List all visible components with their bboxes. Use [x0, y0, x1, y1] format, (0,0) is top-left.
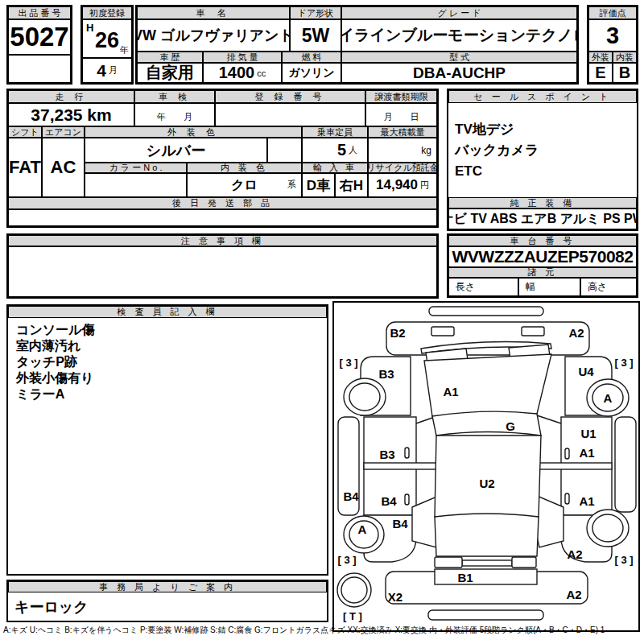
chassis-label: 車 台 番 号 [448, 235, 637, 246]
inspector-box: 検 査 員 記 入 欄 コンソール傷 室内薄汚れ タッチP跡 外装小傷有り ミラ… [6, 304, 328, 576]
later-parts-value [8, 209, 437, 226]
legend: A:キズ U:ヘコミ B:キズを伴うヘコミ P:要塗装 W:補修跡 S:錆 C:… [3, 625, 642, 636]
damage-marker: G [506, 420, 515, 432]
grade-value: TSIハイラインブルーモーションテクノロジー [341, 19, 577, 52]
length-label: 長さ [448, 278, 518, 296]
car-name-label: 車 名 [137, 6, 290, 19]
capacity-unit: 人 [349, 144, 357, 156]
ext-color-label: 外 装 色 [85, 126, 302, 138]
damage-marker: [ T ] [343, 611, 362, 621]
model-value: DBA-AUCHP [341, 63, 577, 83]
name-grade-box: 車 名 ドア形状 グ レ ー ド VW ゴルフヴァリアント 5W TSIハイライ… [135, 5, 579, 85]
fuel-value: ガソリン [282, 63, 341, 83]
first-reg-month-unit: 月 [109, 64, 118, 76]
int-color-value: クロ 系 [187, 173, 302, 197]
door-value: 5W [290, 19, 341, 52]
aircon-label: エアコン [42, 126, 85, 138]
later-parts-label: 後 日 発 送 部 品 [8, 197, 437, 209]
damage-marker: B3 [378, 368, 394, 380]
damage-marker: A1 [579, 495, 594, 507]
damage-marker: B4 [381, 495, 396, 507]
inspector-label: 検 査 員 記 入 欄 [8, 306, 327, 318]
auction-sheet: 出 品 番 号 5027 初度登録 H 26 年 4 月 車 名 ドア形状 グ … [0, 0, 644, 644]
displacement-value: 1400 cc [203, 63, 282, 83]
reg-no-label: 登 録 番 号 [215, 90, 365, 103]
recycle-value: 14,940 円 [368, 173, 437, 197]
damage-marker: A2 [568, 327, 584, 339]
damage-marker: B3 [379, 448, 394, 460]
damage-marker: [ 3 ] [339, 357, 357, 368]
chassis-box: 車 台 番 号 WVWZZZAUZEP570082 諸 元 長さ 幅 高さ [447, 233, 638, 298]
payload-value: kg [368, 138, 437, 163]
damage-marker: B4 [392, 518, 407, 530]
equip-label: 純 正 装 備 [448, 197, 637, 208]
first-reg-box: 初度登録 H 26 年 4 月 [80, 5, 134, 85]
exterior-value: E [588, 63, 613, 83]
history-label: 車 歴 [137, 52, 203, 63]
damage-marker: B4 [343, 490, 358, 502]
score-value: 3 [588, 19, 637, 52]
first-reg-era: H [86, 22, 93, 34]
import-type-value: D車 [302, 173, 335, 197]
color-no-label: カ ラ ー N o . [85, 163, 187, 173]
reg-no-value [215, 103, 365, 126]
ext-color-value: シルバー [85, 138, 267, 163]
mileage-value: 37,235 km [8, 103, 134, 126]
sales-point: TV地デジ [455, 119, 539, 140]
auction-no-value: 5027 [8, 19, 71, 55]
inspector-note: 室内薄汚れ [16, 338, 95, 354]
displacement-label: 排 気 量 [203, 52, 282, 63]
int-color-label: 内 装 色 [187, 163, 302, 173]
inspector-note: 外装小傷有り [16, 370, 95, 386]
inspector-notes: コンソール傷 室内薄汚れ タッチP跡 外装小傷有り ミラーA [16, 322, 95, 402]
equip-value: ナビ TV ABS エアB アルミ PS PW [448, 208, 637, 229]
model-label: 型 式 [341, 52, 577, 63]
damage-diagram-box: B2A2[ 3 ]B3U4[ 3 ]A1AGU1B3A1B4U2B4A1AB4A… [332, 301, 640, 632]
interior-value: B [613, 63, 637, 83]
damage-marker: A1 [443, 386, 458, 398]
first-reg-month: 4 [97, 61, 106, 80]
first-reg-year-cell: H 26 年 [82, 19, 132, 58]
caution-label: 注 意 事 項 欄 [8, 235, 437, 246]
sales-point: バックカメラ [455, 140, 539, 161]
caution-box: 注 意 事 項 欄 [6, 233, 439, 299]
height-label: 高さ [580, 278, 637, 296]
damage-marker: [ 3 ] [614, 555, 633, 565]
first-reg-label: 初度登録 [82, 6, 132, 19]
office-note: キーロック [8, 592, 327, 621]
office-label: 事 務 局 よ り ご 案 内 [8, 581, 327, 592]
damage-marker: A2 [566, 588, 581, 601]
inspector-note: ミラーA [16, 386, 95, 402]
caution-value [8, 246, 437, 297]
vin-value: WVWZZZAUZEP570082 [448, 246, 637, 267]
damage-marker: A [358, 523, 367, 535]
capacity-value: 5 人 [302, 138, 368, 163]
shift-value: FAT [8, 138, 42, 197]
spec-label: 諸 元 [448, 267, 637, 278]
damage-marker: U2 [479, 477, 494, 489]
recycle-label: リサイクル預託金 [368, 163, 437, 173]
sales-points: TV地デジ バックカメラ ETC [455, 119, 539, 182]
inspector-note: タッチP跡 [16, 354, 95, 370]
displacement-number: 1400 [219, 64, 255, 82]
recycle-fee: 14,940 [376, 177, 418, 193]
door-label: ドア形状 [290, 6, 341, 19]
auction-no-box: 出 品 番 号 5027 [6, 5, 72, 85]
damage-marker: B1 [457, 572, 473, 584]
aircon-value: AC [42, 138, 85, 197]
first-reg-year: 26 [95, 28, 119, 53]
auction-no-empty [8, 55, 71, 83]
sales-point: ETC [455, 161, 539, 182]
handle-value: 右H [335, 173, 368, 197]
capacity-label: 乗車定員 [302, 126, 368, 138]
int-color-text: クロ [231, 177, 258, 194]
ext-color-extra [267, 138, 302, 163]
damage-marker: U1 [580, 427, 596, 440]
damage-marker: B2 [390, 327, 405, 339]
int-color-suffix: 系 [287, 179, 296, 191]
capacity-number: 5 [337, 141, 346, 159]
transfer-label: 譲渡書類期限 [365, 90, 437, 103]
payload-label: 最大積載量 [368, 126, 437, 138]
damage-marker: [ 3 ] [337, 555, 356, 565]
damage-marker: U4 [578, 365, 593, 378]
